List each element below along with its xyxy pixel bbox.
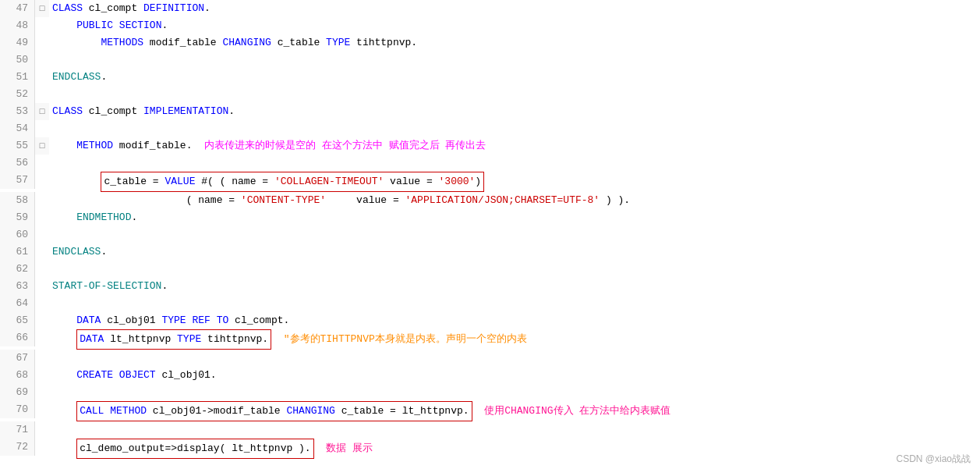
line-content: METHOD modif_table. 内表传进来的时候是空的 在这个方法中 赋…	[49, 137, 980, 155]
line-content: PUBLIC SECTION.	[49, 17, 980, 34]
code-line-54: 54	[0, 120, 980, 137]
code-line-61: 61ENDCLASS.	[0, 243, 980, 261]
line-number: 66	[0, 329, 35, 346]
line-content: CLASS cl_compt DEFINITION.	[49, 0, 980, 17]
line-content: cl_demo_output=>display( lt_httpnvp ). 数…	[49, 439, 980, 459]
line-number: 48	[0, 17, 35, 34]
line-number: 52	[0, 86, 35, 103]
line-content: ( name = 'CONTENT-TYPE' value = 'APPLICA…	[49, 192, 980, 209]
code-line-67: 67	[0, 350, 980, 367]
line-content: CREATE OBJECT cl_obj01.	[49, 367, 980, 384]
watermark: CSDN @xiao战战	[896, 453, 971, 466]
code-line-63: 63START-OF-SELECTION.	[0, 278, 980, 295]
code-line-51: 51ENDCLASS.	[0, 69, 980, 86]
line-number: 61	[0, 243, 35, 261]
code-line-66: 66 DATA lt_httpnvp TYPE tihttpnvp. "参考的T…	[0, 329, 980, 350]
code-line-53: 53□CLASS cl_compt IMPLEMENTATION.	[0, 103, 980, 120]
line-content: CALL METHOD cl_obj01->modif_table CHANGI…	[49, 401, 980, 421]
line-number: 59	[0, 209, 35, 226]
code-line-68: 68 CREATE OBJECT cl_obj01.	[0, 367, 980, 384]
code-line-47: 47□CLASS cl_compt DEFINITION.	[0, 0, 980, 17]
line-gutter: □	[35, 137, 49, 155]
annotation: 数据 展示	[326, 442, 373, 454]
annotation: "参考的TIHTTPNVP本身就是内表。声明一个空的内表	[284, 333, 527, 345]
line-number: 56	[0, 155, 35, 172]
line-gutter: □	[35, 0, 49, 17]
line-gutter: □	[35, 103, 49, 120]
code-line-57: 57 c_table = VALUE #( ( name = 'COLLAGEN…	[0, 172, 980, 192]
line-content: c_table = VALUE #( ( name = 'COLLAGEN-TI…	[49, 172, 980, 192]
line-number: 51	[0, 69, 35, 86]
line-content: START-OF-SELECTION.	[49, 278, 980, 295]
line-number: 55	[0, 137, 35, 155]
line-content: ENDMETHOD.	[49, 209, 980, 226]
line-number: 64	[0, 295, 35, 312]
line-number: 60	[0, 226, 35, 243]
line-number: 72	[0, 439, 35, 456]
line-content: DATA lt_httpnvp TYPE tihttpnvp. "参考的TIHT…	[49, 329, 980, 350]
line-number: 71	[0, 421, 35, 439]
line-number: 70	[0, 401, 35, 418]
code-line-56: 56	[0, 155, 980, 172]
code-line-50: 50	[0, 52, 980, 69]
line-content: METHODS modif_table CHANGING c_table TYP…	[49, 34, 980, 52]
code-line-69: 69	[0, 384, 980, 401]
code-line-52: 52	[0, 86, 980, 103]
line-number: 47	[0, 0, 35, 17]
line-number: 50	[0, 52, 35, 69]
line-content: DATA cl_obj01 TYPE REF TO cl_compt.	[49, 312, 980, 329]
line-number: 65	[0, 312, 35, 329]
line-content: ENDCLASS.	[49, 243, 980, 261]
code-editor: 47□CLASS cl_compt DEFINITION.48 PUBLIC S…	[0, 0, 980, 469]
line-number: 58	[0, 192, 35, 209]
line-number: 63	[0, 278, 35, 295]
code-line-70: 70 CALL METHOD cl_obj01->modif_table CHA…	[0, 401, 980, 421]
code-line-48: 48 PUBLIC SECTION.	[0, 17, 980, 34]
line-number: 57	[0, 172, 35, 189]
code-line-64: 64	[0, 295, 980, 312]
line-number: 67	[0, 350, 35, 367]
line-content: CLASS cl_compt IMPLEMENTATION.	[49, 103, 980, 120]
line-number: 54	[0, 120, 35, 137]
line-number: 69	[0, 384, 35, 401]
line-number: 49	[0, 34, 35, 52]
code-line-62: 62	[0, 261, 980, 278]
code-line-59: 59 ENDMETHOD.	[0, 209, 980, 226]
code-line-58: 58 ( name = 'CONTENT-TYPE' value = 'APPL…	[0, 192, 980, 209]
code-line-65: 65 DATA cl_obj01 TYPE REF TO cl_compt.	[0, 312, 980, 329]
line-number: 68	[0, 367, 35, 384]
code-line-60: 60	[0, 226, 980, 243]
annotation: 内表传进来的时候是空的 在这个方法中 赋值完之后 再传出去	[204, 140, 486, 151]
code-line-71: 71	[0, 421, 980, 439]
line-number: 62	[0, 261, 35, 278]
annotation: 使用CHANGING传入 在方法中给内表赋值	[484, 405, 670, 417]
code-line-55: 55□ METHOD modif_table. 内表传进来的时候是空的 在这个方…	[0, 137, 980, 155]
code-line-72: 72 cl_demo_output=>display( lt_httpnvp )…	[0, 439, 980, 459]
line-content: ENDCLASS.	[49, 69, 980, 86]
line-number: 53	[0, 103, 35, 120]
code-line-49: 49 METHODS modif_table CHANGING c_table …	[0, 34, 980, 52]
